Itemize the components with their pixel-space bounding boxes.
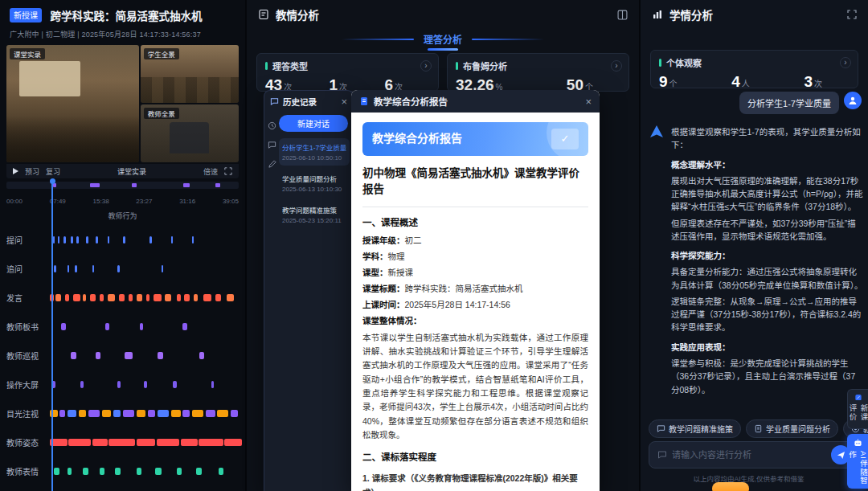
expand-icon[interactable] xyxy=(847,10,857,19)
lesson-title: 跨学科实践：简易活塞式抽水机 xyxy=(50,10,202,23)
chapter-tag-2[interactable]: 复习 xyxy=(46,166,60,177)
track-segment xyxy=(129,294,133,301)
history-list-icon xyxy=(270,97,279,106)
ai-message: 根据课堂观察和学生1-7的表现，其学业质量分析如下：概念理解水平：展现出对大气压… xyxy=(649,122,863,399)
report-info-fields: 授课年级：初二学科：物理课型：新授课课堂标题：跨学科实践：简易活塞式抽水机上课时… xyxy=(362,234,588,312)
track-segment xyxy=(53,236,55,243)
rail-tab-course-evaluation[interactable]: 新课评价 xyxy=(847,389,868,429)
card-title: 布鲁姆分析 xyxy=(463,59,507,72)
track-segment xyxy=(73,294,81,301)
stat-unit: 人 xyxy=(742,80,750,88)
track-segment xyxy=(199,352,204,359)
chat-icon[interactable] xyxy=(268,141,276,149)
new-conversation-button[interactable]: 新建对话 xyxy=(279,115,348,132)
rail-tab-label: 新课评价 xyxy=(847,404,868,425)
card-title-row: 个体观察 xyxy=(659,56,850,69)
track-segment xyxy=(137,439,156,446)
chip-label: 学业质量问题分析 xyxy=(766,423,830,435)
track-segment xyxy=(177,468,182,475)
report-subsection: 1. 课标要求（《义务教育物理课程标准(2022年版)》相关要求） xyxy=(362,472,588,491)
chat-bubble-icon xyxy=(657,450,667,460)
chat-input[interactable] xyxy=(672,450,826,460)
lesson-type-badge: 新授课 xyxy=(10,8,42,23)
clock-icon[interactable] xyxy=(268,121,276,130)
history-item[interactable]: 教学问题精准施策2025-05-23 15:20:11 xyxy=(279,201,350,228)
layout-columns-icon[interactable] xyxy=(617,10,628,20)
track-segment xyxy=(157,439,180,446)
scrub-mark xyxy=(132,183,137,187)
person-icon xyxy=(848,96,858,105)
track-segment xyxy=(148,410,156,417)
robot-icon xyxy=(853,439,863,447)
panel-title: 学情分析 xyxy=(669,6,841,23)
track-segment xyxy=(115,468,121,475)
history-item-title: 学业质量问题分析 xyxy=(282,174,346,183)
history-item[interactable]: 学业质量问题分析2025-06-13 10:10:30 xyxy=(279,170,350,197)
chevron-right-icon[interactable]: › xyxy=(611,60,622,72)
track-row: 提问 xyxy=(6,225,242,254)
play-icon[interactable] xyxy=(13,168,18,174)
lesson-header: 新授课 跨学科实践：简易活塞式抽水机 广大附中 | 初二物理 | 2025年05… xyxy=(0,0,245,39)
paper-plane-icon xyxy=(837,451,845,460)
video-main-view[interactable]: 课堂实录 xyxy=(6,45,139,162)
video-students-view[interactable]: 学生全景 xyxy=(141,45,239,103)
timeline-scrubber[interactable] xyxy=(6,182,239,189)
floating-button-partial[interactable] xyxy=(712,482,749,491)
video-controls: 预习 复习 课堂实录 倍速 xyxy=(6,164,239,178)
close-icon[interactable]: × xyxy=(585,96,592,107)
tab-reply-analysis[interactable]: 理答分析 xyxy=(424,32,462,47)
track-label: 目光注视 xyxy=(6,407,50,419)
chapter-tag-1[interactable]: 预习 xyxy=(25,166,39,177)
panel-title: 教情分析 xyxy=(276,6,611,23)
report-document-title: 初中物理《简易活塞式抽水机》课堂教学评价报告 xyxy=(362,166,588,207)
track-segment xyxy=(68,265,69,272)
ai-section-heading: 概念理解水平： xyxy=(671,158,863,171)
chevron-right-icon[interactable]: › xyxy=(420,60,432,72)
suggestion-chip[interactable]: 学业质量问题分析 xyxy=(746,419,838,438)
track-segment xyxy=(154,294,162,301)
report-field-label: 授课年级： xyxy=(362,235,405,245)
video-teacher-view[interactable]: 教师全景 xyxy=(141,104,239,162)
track-row: 教师板书 xyxy=(6,312,242,341)
track-segment xyxy=(105,323,109,330)
card-bloom-analysis[interactable]: 布鲁姆分析 › 32.26%50个 xyxy=(447,53,629,92)
ai-paragraph: 根据课堂观察和学生1-7的表现，其学业质量分析如下： xyxy=(671,125,863,152)
report-overview-label: 课堂整体情况： xyxy=(362,314,588,328)
speed-button[interactable]: 倍速 xyxy=(203,166,218,177)
track-row: 追问 xyxy=(6,254,242,283)
report-overview-text: 本节课以学生自制活塞式抽水机为实践载体，通过工作原理讲解、抽水实验挑战和计算验证… xyxy=(362,331,588,443)
track-segment xyxy=(100,468,104,475)
rail-tab-ai-assistant[interactable]: AI伴随智作 xyxy=(847,434,868,489)
time-tick: 23:27 xyxy=(136,198,152,205)
video-label: 课堂实录 xyxy=(10,48,45,59)
video-player[interactable]: 课堂实录 学生全景 教师全景 xyxy=(6,45,239,162)
close-icon[interactable]: × xyxy=(341,96,347,107)
tab-decoration-left xyxy=(342,39,414,40)
report-banner: 教学综合分析报告 ✓ xyxy=(362,122,588,156)
track-segment xyxy=(203,294,211,301)
track-bar xyxy=(50,468,242,475)
suggestion-chip[interactable]: 教学问题精准施策 xyxy=(649,419,741,438)
playhead[interactable] xyxy=(51,180,53,491)
track-bar xyxy=(50,381,242,388)
track-segment xyxy=(108,236,109,243)
track-row: 教师巡视 xyxy=(6,341,242,370)
track-segment xyxy=(113,410,121,417)
ai-section-heading: 科学探究能力： xyxy=(671,249,863,262)
track-segment xyxy=(171,236,174,243)
history-item[interactable]: 分析学生1-7学业质量2025-06-10 10:50:10 xyxy=(279,138,350,166)
edit-icon[interactable] xyxy=(268,160,276,169)
track-segment xyxy=(54,468,59,475)
chevron-right-icon[interactable]: › xyxy=(840,57,851,68)
history-title: 历史记录 xyxy=(283,96,337,108)
history-header: 历史记录 × xyxy=(264,91,353,112)
card-reply-type[interactable]: 理答类型 › 43次1次6次 xyxy=(256,53,439,92)
chat-icon xyxy=(657,424,665,433)
ai-assistant-logo-icon xyxy=(649,124,665,140)
history-item-date: 2025-05-23 15:20:11 xyxy=(282,217,346,224)
ai-chat-area: 分析学生1-7学业质量 根据课堂观察和学生1-7的表现，其学业质量分析如下：概念… xyxy=(649,90,863,414)
track-segment xyxy=(158,410,169,417)
track-bar xyxy=(50,439,242,446)
card-individual-observation[interactable]: 个体观察 › 9个4人3次 xyxy=(650,50,858,88)
fullscreen-icon[interactable] xyxy=(224,167,232,175)
